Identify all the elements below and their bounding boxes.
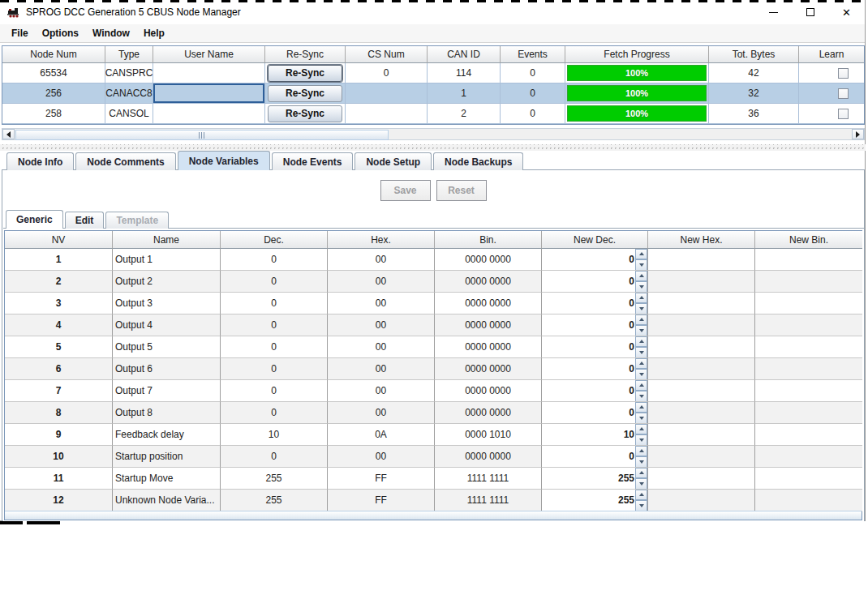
col-name[interactable]: Name: [113, 231, 221, 249]
col-fetch-progress[interactable]: Fetch Progress: [565, 46, 709, 63]
col-node-num[interactable]: Node Num: [2, 46, 105, 63]
nv-hex-cell: FF: [328, 468, 435, 490]
hscrollbar-thumb[interactable]: [15, 130, 389, 140]
spinner-down-button[interactable]: [635, 391, 647, 402]
col-learn[interactable]: Learn: [799, 46, 864, 63]
spinner-up-button[interactable]: [635, 293, 647, 303]
nv-new-dec-cell[interactable]: 0: [542, 336, 648, 358]
learn-checkbox[interactable]: [838, 68, 849, 79]
learn-checkbox[interactable]: [838, 88, 849, 99]
spinner-down-button[interactable]: [635, 478, 647, 490]
col-bin[interactable]: Bin.: [435, 231, 542, 249]
nv-table-hscrollbar[interactable]: [5, 511, 862, 520]
node-table-row[interactable]: 256CANACC8Re-Sync10100%32: [2, 83, 864, 104]
nv-new-dec-cell[interactable]: 0: [542, 271, 648, 293]
minimize-button[interactable]: [755, 0, 792, 24]
tab-node-variables[interactable]: Node Variables: [178, 151, 270, 170]
nv-new-dec-cell[interactable]: 255: [542, 490, 648, 511]
maximize-button[interactable]: [792, 0, 828, 24]
resync-button[interactable]: Re-Sync: [268, 85, 342, 102]
nv-number-cell: 11: [5, 468, 113, 490]
col-new-bin[interactable]: New Bin.: [755, 231, 862, 249]
nv-new-dec-cell[interactable]: 255: [542, 468, 648, 490]
title-bar: SPROG DCC Generation 5 CBUS Node Manager…: [0, 0, 865, 24]
spinner-down-button[interactable]: [635, 325, 647, 336]
nv-new-dec-cell[interactable]: 0: [542, 249, 648, 271]
spinner-up-button[interactable]: [635, 468, 647, 478]
spinner-up-button[interactable]: [635, 336, 647, 347]
col-events[interactable]: Events: [501, 46, 565, 63]
col-dec[interactable]: Dec.: [221, 231, 328, 249]
spinner-up-button[interactable]: [635, 380, 647, 391]
spinner-down-button[interactable]: [635, 500, 647, 511]
spinner-down-button[interactable]: [635, 303, 647, 314]
nv-new-dec-cell[interactable]: 0: [542, 293, 648, 314]
nv-hex-cell: 0A: [328, 424, 435, 446]
menu-file[interactable]: File: [6, 28, 33, 39]
tab-node-events[interactable]: Node Events: [272, 152, 354, 170]
resync-button[interactable]: Re-Sync: [268, 65, 342, 82]
node-table-row[interactable]: 65534CANSPRCRe-Sync01140100%42: [2, 63, 864, 83]
col-tot-bytes[interactable]: Tot. Bytes: [709, 46, 799, 63]
spinner-up-button[interactable]: [635, 271, 647, 281]
spinner-up-button[interactable]: [635, 249, 647, 259]
col-cs-num[interactable]: CS Num: [346, 46, 428, 63]
spinner-up-button[interactable]: [635, 358, 647, 369]
close-button[interactable]: ✕: [828, 0, 865, 24]
col-nv[interactable]: NV: [5, 231, 113, 249]
nv-new-dec-cell[interactable]: 10: [542, 424, 648, 446]
col-type[interactable]: Type: [105, 46, 153, 63]
learn-cell: [799, 83, 864, 104]
nv-number-cell: 3: [5, 293, 113, 314]
nv-new-dec-cell[interactable]: 0: [542, 358, 648, 380]
col-can-id[interactable]: CAN ID: [428, 46, 501, 63]
type-cell: CANACC8: [105, 83, 153, 104]
split-pane-divider[interactable]: [0, 144, 866, 151]
node-table-row[interactable]: 258CANSOLRe-Sync20100%36: [2, 104, 864, 124]
learn-checkbox[interactable]: [838, 109, 849, 119]
spinner-up-button[interactable]: [635, 314, 647, 325]
nv-new-dec-cell[interactable]: 0: [542, 402, 648, 424]
fetch-progress-cell: 100%: [565, 104, 709, 124]
tab-node-backups[interactable]: Node Backups: [433, 152, 523, 170]
menu-window[interactable]: Window: [88, 28, 135, 39]
user-name-cell[interactable]: [153, 63, 265, 83]
scroll-left-button[interactable]: [2, 129, 15, 139]
nv-new-dec-cell[interactable]: 0: [542, 380, 648, 402]
spinner-up-button[interactable]: [635, 490, 647, 500]
spinner-up-button[interactable]: [635, 424, 647, 434]
spinner-down-button[interactable]: [635, 434, 647, 446]
spinner-up-button[interactable]: [635, 446, 647, 456]
col-hex[interactable]: Hex.: [328, 231, 435, 249]
col-new-hex[interactable]: New Hex.: [648, 231, 755, 249]
spinner-down-button[interactable]: [635, 456, 647, 468]
arrow-down-icon: [639, 460, 644, 464]
col-user-name[interactable]: User Name: [153, 46, 265, 63]
save-button[interactable]: Save: [380, 180, 431, 201]
tab-node-info[interactable]: Node Info: [6, 152, 74, 170]
spinner-down-button[interactable]: [635, 347, 647, 358]
scroll-right-button[interactable]: [852, 129, 864, 139]
col-new-dec[interactable]: New Dec.: [542, 231, 648, 249]
arrow-up-icon: [639, 405, 644, 409]
subtab-edit[interactable]: Edit: [65, 212, 105, 229]
spinner-down-button[interactable]: [635, 259, 647, 271]
tab-node-setup[interactable]: Node Setup: [355, 152, 432, 170]
nv-new-dec-cell[interactable]: 0: [542, 446, 648, 468]
reset-button[interactable]: Reset: [436, 180, 487, 201]
spinner-down-button[interactable]: [635, 369, 647, 380]
spinner-down-button[interactable]: [635, 413, 647, 424]
resync-button[interactable]: Re-Sync: [268, 105, 342, 122]
user-name-cell[interactable]: [153, 104, 265, 124]
new-dec-value: 0: [629, 319, 635, 331]
subtab-generic[interactable]: Generic: [6, 210, 63, 229]
nv-new-dec-cell[interactable]: 0: [542, 314, 648, 336]
spinner-down-button[interactable]: [635, 281, 647, 293]
subtab-template[interactable]: Template: [105, 212, 169, 229]
menu-options[interactable]: Options: [37, 28, 84, 39]
spinner-up-button[interactable]: [635, 402, 647, 413]
tab-node-comments[interactable]: Node Comments: [75, 152, 175, 170]
user-name-cell[interactable]: [153, 83, 265, 104]
menu-help[interactable]: Help: [139, 28, 170, 39]
col-resync[interactable]: Re-Sync: [265, 46, 346, 63]
